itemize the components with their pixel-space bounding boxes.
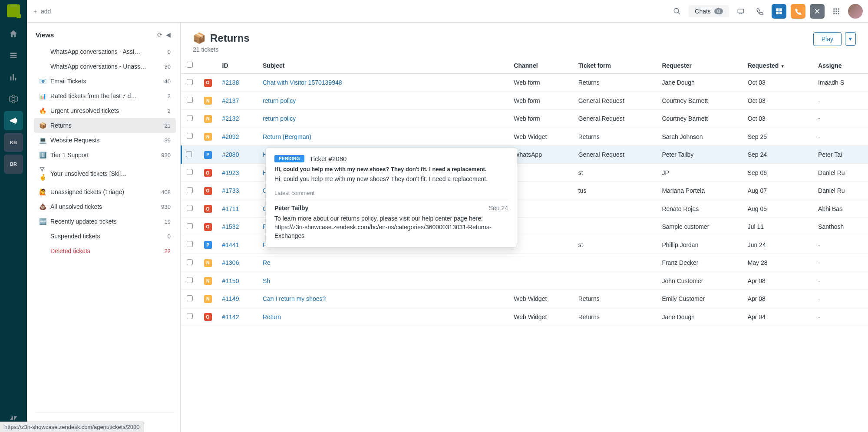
app-square-1[interactable] (772, 4, 786, 19)
cell-form: General Request (573, 110, 657, 128)
row-checkbox[interactable] (187, 313, 193, 319)
row-checkbox[interactable] (187, 97, 193, 103)
nav-reports[interactable] (4, 68, 23, 87)
table-row[interactable]: N#1149Can I return my shoes?Web WidgetRe… (182, 290, 868, 308)
row-checkbox[interactable] (187, 241, 193, 247)
col-requester[interactable]: Requester (657, 57, 742, 74)
ticket-id-link[interactable]: #2092 (222, 133, 239, 140)
row-checkbox[interactable] (187, 187, 193, 193)
ticket-id-link[interactable]: #1306 (222, 259, 239, 266)
table-row[interactable]: N#2137return policyWeb formGeneral Reque… (182, 92, 868, 110)
refresh-icon[interactable]: ⟳ (155, 30, 164, 40)
phone-icon[interactable] (752, 4, 767, 18)
view-item[interactable]: 📦Returns21 (34, 118, 176, 133)
add-button[interactable]: ＋ add (32, 7, 51, 15)
col-channel[interactable]: Channel (508, 57, 573, 74)
row-checkbox[interactable] (187, 79, 193, 85)
row-checkbox[interactable] (186, 151, 192, 157)
add-label: add (41, 8, 51, 15)
ticket-subject-link[interactable]: return policy (263, 115, 296, 122)
ticket-subject-link[interactable]: Return (Bergman) (263, 133, 311, 140)
status-bar-url: https://z3n-showcase.zendesk.com/agent/t… (0, 422, 144, 432)
cell-channel (508, 200, 573, 218)
view-item[interactable]: 🆕Recently updated tickets19 (34, 214, 176, 229)
row-checkbox[interactable] (187, 277, 193, 283)
ticket-subject-link[interactable]: Can I return my shoes? (263, 295, 326, 302)
ticket-id-link[interactable]: #1923 (222, 169, 239, 176)
ticket-subject-link[interactable]: Re (263, 259, 271, 266)
nav-marketing[interactable] (4, 111, 23, 130)
ticket-id-link[interactable]: #1532 (222, 223, 239, 230)
view-count: 39 (165, 137, 171, 144)
ticket-subject-link[interactable]: Return (263, 313, 281, 320)
view-item[interactable]: 1️⃣Tier 1 Support930 (34, 148, 176, 162)
app-square-2[interactable] (791, 4, 805, 19)
view-count: 0 (168, 49, 171, 55)
row-checkbox[interactable] (187, 133, 193, 139)
row-checkbox[interactable] (187, 223, 193, 229)
view-item[interactable]: 📧Email Tickets40 (34, 74, 176, 89)
ticket-id-link[interactable]: #1149 (222, 295, 239, 302)
view-item[interactable]: 🙋Unassigned tickets (Triage)408 (34, 185, 176, 199)
ticket-id-link[interactable]: #2137 (222, 97, 239, 104)
view-item[interactable]: 🤞Your unsolved tickets [Skil… (34, 162, 176, 185)
ticket-id-link[interactable]: #1711 (222, 205, 239, 212)
row-checkbox[interactable] (187, 169, 193, 175)
view-item[interactable]: Deleted tickets22 (34, 244, 176, 258)
table-row[interactable]: O#2138Chat with Visitor 1570139948Web fo… (182, 74, 868, 92)
ticket-subject-link[interactable]: return policy (263, 97, 296, 104)
row-checkbox[interactable] (187, 259, 193, 265)
col-subject[interactable]: Subject (257, 57, 508, 74)
nav-home[interactable] (4, 24, 23, 43)
nav-kb[interactable]: KB (4, 133, 23, 152)
row-checkbox[interactable] (187, 295, 193, 301)
view-item[interactable]: WhatsApp conversations - Assi…0 (34, 44, 176, 59)
col-assignee[interactable]: Assigne (813, 57, 868, 74)
play-button[interactable]: Play (813, 32, 842, 46)
row-checkbox[interactable] (187, 115, 193, 121)
ticket-id-link[interactable]: #2132 (222, 115, 239, 122)
view-item[interactable]: Suspended tickets0 (34, 229, 176, 244)
ticket-subject-link[interactable]: Chat with Visitor 1570139948 (263, 79, 342, 86)
view-item[interactable]: 📊Rated tickets from the last 7 d…2 (34, 89, 176, 103)
view-item[interactable]: 💻Website Requests39 (34, 133, 176, 148)
search-icon[interactable] (670, 4, 684, 18)
play-dropdown[interactable]: ▾ (845, 32, 856, 46)
zendesk-logo[interactable] (7, 4, 20, 17)
col-form[interactable]: Ticket form (573, 57, 657, 74)
nav-admin[interactable] (4, 89, 23, 109)
col-requested[interactable]: Requested▼ (743, 57, 813, 74)
user-avatar[interactable] (848, 4, 863, 19)
apps-grid-icon[interactable] (829, 4, 844, 18)
cell-form: Returns (573, 290, 657, 308)
ticket-id-link[interactable]: #1733 (222, 187, 239, 194)
svg-rect-3 (776, 8, 779, 11)
view-item[interactable]: WhatsApp conversations - Unass…30 (34, 59, 176, 74)
table-row[interactable]: N#2132return policyWeb formGeneral Reque… (182, 110, 868, 128)
nav-views[interactable] (4, 46, 23, 65)
col-id[interactable]: ID (217, 57, 257, 74)
nav-br[interactable]: BR (4, 155, 23, 174)
view-item[interactable]: 💩All unsolved tickets930 (34, 199, 176, 214)
view-item[interactable]: 🔥Urgent unresolved tickets2 (34, 103, 176, 118)
chats-button[interactable]: Chats 0 (689, 5, 729, 17)
ticket-id-link[interactable]: #1150 (222, 277, 239, 284)
row-checkbox[interactable] (187, 205, 193, 211)
table-row[interactable]: O#1142ReturnWeb WidgetReturnsJane DoughA… (182, 308, 868, 326)
ticket-id-link[interactable]: #2138 (222, 79, 239, 86)
select-all-checkbox[interactable] (187, 62, 193, 68)
cell-channel (508, 272, 573, 290)
ticket-subject-link[interactable]: Sh (263, 277, 270, 284)
ticket-id-link[interactable]: #2080 (222, 151, 239, 158)
table-row[interactable]: N#1306ReFranz DeckerMay 28- (182, 254, 868, 272)
app-square-3[interactable] (810, 4, 825, 19)
cell-form (573, 200, 657, 218)
view-icon: 💩 (39, 203, 47, 210)
collapse-icon[interactable]: ◀ (164, 30, 172, 40)
table-row[interactable]: N#2092Return (Bergman)Web WidgetReturnsS… (182, 128, 868, 146)
conversations-icon[interactable] (733, 4, 748, 18)
ticket-id-link[interactable]: #1441 (222, 241, 239, 248)
cell-requester: JP (657, 164, 742, 182)
table-row[interactable]: N#1150ShJohn CustomerApr 08- (182, 272, 868, 290)
ticket-id-link[interactable]: #1142 (222, 313, 239, 320)
